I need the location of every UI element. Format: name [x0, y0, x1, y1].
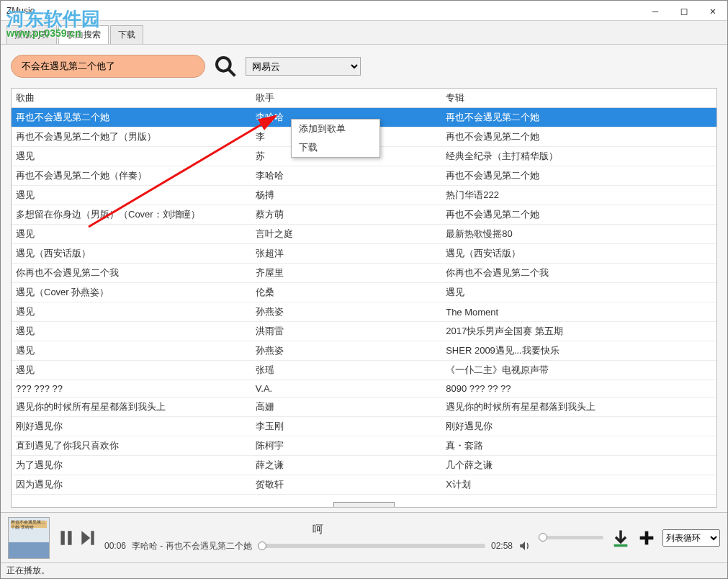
cell-song: 直到遇见了你我只喜欢你 — [12, 436, 251, 456]
cell-album: 再也不会遇见第二个她 — [441, 127, 716, 147]
cell-album: X计划 — [441, 475, 716, 495]
titlebar: ZMusic — □ ✕ — [1, 1, 727, 21]
cell-artist: 张超洋 — [251, 244, 441, 264]
context-add-to-playlist[interactable]: 添加到歌单 — [292, 120, 379, 138]
cell-song: 再也不会遇见第二个她 — [12, 108, 251, 127]
col-album[interactable]: 专辑 — [441, 89, 716, 108]
cell-album: 遇见（西安话版） — [441, 244, 716, 264]
cell-artist: 李哈哈 — [251, 166, 441, 186]
table-row[interactable]: 遇见孙燕姿SHER 2009遇见...我要快乐 — [12, 341, 716, 361]
svg-line-1 — [228, 69, 235, 76]
cell-artist: 张瑶 — [251, 361, 441, 380]
table-row[interactable]: 遇见（西安话版）张超洋遇见（西安话版） — [12, 244, 716, 264]
playback-controls — [57, 529, 97, 547]
source-select[interactable]: 网易云 — [246, 57, 361, 76]
svg-rect-4 — [68, 531, 71, 545]
cell-song: 遇见你的时候所有星星都落到我头上 — [12, 398, 251, 417]
cell-album: 经典全纪录（主打精华版） — [441, 147, 716, 166]
table-row[interactable]: 因为遇见你贺敬轩X计划 — [12, 475, 716, 495]
table-row[interactable]: 遇见洪雨雷2017快乐男声全国赛 第五期 — [12, 322, 716, 341]
cell-song: 遇见 — [12, 186, 251, 205]
svg-point-0 — [217, 58, 230, 71]
cell-song: 遇见 — [12, 322, 251, 341]
volume-slider[interactable] — [539, 536, 603, 539]
cell-song: 遇见 — [12, 361, 251, 380]
cell-artist: 高姗 — [251, 398, 441, 417]
table-row[interactable]: 多想留在你身边（男版）（Cover：刘增瞳）蔡方萌再也不会遇见第二个她 — [12, 205, 716, 225]
cell-song: 遇见 — [12, 302, 251, 322]
cell-song: 为了遇见你 — [12, 456, 251, 475]
cell-artist: 孙燕姿 — [251, 302, 441, 322]
track-label: 李哈哈 - 再也不会遇见第二个她 — [132, 540, 252, 552]
cell-artist: 言叶之庭 — [251, 225, 441, 244]
cell-album: 遇见 — [441, 283, 716, 302]
tab-download[interactable]: 下载 — [110, 25, 143, 44]
cell-artist: 杨搏 — [251, 186, 441, 205]
cell-album: The Moment — [441, 302, 716, 322]
status-text: 正在播放。 — [6, 565, 50, 577]
cell-song: 再也不会遇见第二个她了（男版） — [12, 127, 251, 147]
player-bar: 再也不会遇见第二个她 李哈哈 呵 00:06 李哈哈 - 再也不会遇见第二个她 … — [1, 512, 727, 562]
next-page-button[interactable]: 下一页 — [333, 502, 395, 508]
cell-album: 2017快乐男声全国赛 第五期 — [441, 322, 716, 341]
table-row[interactable]: ??? ??? ??V.A.8090 ??? ?? ?? — [12, 380, 716, 398]
cell-artist: 薛之谦 — [251, 456, 441, 475]
cell-artist: 陈柯宇 — [251, 436, 441, 456]
cell-album: 真・套路 — [441, 436, 716, 456]
cell-album: 热门华语222 — [441, 186, 716, 205]
table-row[interactable]: 遇见杨搏热门华语222 — [12, 186, 716, 205]
cell-artist: 洪雨雷 — [251, 322, 441, 341]
table-row[interactable]: 遇见言叶之庭最新热歌慢摇80 — [12, 225, 716, 244]
download-icon[interactable] — [611, 528, 631, 548]
table-row[interactable]: 为了遇见你薛之谦几个薛之谦 — [12, 456, 716, 475]
tab-search[interactable]: 歌曲搜索 — [58, 25, 109, 44]
cell-song: 多想留在你身边（男版）（Cover：刘增瞳） — [12, 205, 251, 225]
table-row[interactable]: 刚好遇见你李玉刚刚好遇见你 — [12, 417, 716, 436]
context-download[interactable]: 下载 — [292, 138, 379, 157]
player-extras: 列表循环 — [611, 528, 720, 548]
cell-artist: 伦桑 — [251, 283, 441, 302]
col-song[interactable]: 歌曲 — [12, 89, 251, 108]
status-bar: 正在播放。 — [1, 562, 727, 578]
add-icon[interactable] — [637, 528, 657, 548]
table-row[interactable]: 遇见你的时候所有星星都落到我头上高姗遇见你的时候所有星星都落到我头上 — [12, 398, 716, 417]
search-input[interactable] — [11, 55, 205, 78]
cell-song: 你再也不会遇见第二个我 — [12, 264, 251, 283]
minimize-button[interactable]: — — [641, 1, 670, 20]
app-title: ZMusic — [6, 6, 35, 16]
cell-song: 遇见 — [12, 147, 251, 166]
table-row[interactable]: 再也不会遇见第二个她（伴奏）李哈哈再也不会遇见第二个她 — [12, 166, 716, 186]
cell-album: 遇见你的时候所有星星都落到我头上 — [441, 398, 716, 417]
progress-bar[interactable] — [258, 544, 485, 548]
table-row[interactable]: 你再也不会遇见第二个我齐屋里你再也不会遇见第二个我 — [12, 264, 716, 283]
album-cover[interactable]: 再也不会遇见第二个她 李哈哈 — [8, 517, 50, 559]
table-row[interactable]: 遇见孙燕姿The Moment — [12, 302, 716, 322]
pause-button[interactable] — [57, 529, 76, 547]
cell-song: ??? ??? ?? — [12, 380, 251, 398]
volume-icon[interactable] — [518, 539, 531, 552]
maximize-button[interactable]: □ — [670, 1, 698, 20]
tab-playlist[interactable]: 播放列表 — [6, 25, 57, 44]
context-menu: 添加到歌单 下载 — [291, 119, 380, 158]
search-icon[interactable] — [214, 55, 237, 78]
cell-album: 8090 ??? ?? ?? — [441, 380, 716, 398]
table-row[interactable]: 遇见（Cover 孙燕姿）伦桑遇见 — [12, 283, 716, 302]
cell-song: 因为遇见你 — [12, 475, 251, 495]
loop-mode-select[interactable]: 列表循环 — [662, 529, 720, 547]
cell-album: 再也不会遇见第二个她 — [441, 108, 716, 127]
cell-song: 遇见（Cover 孙燕姿） — [12, 283, 251, 302]
cell-album: 《一仆二主》电视原声带 — [441, 361, 716, 380]
table-row[interactable]: 直到遇见了你我只喜欢你陈柯宇真・套路 — [12, 436, 716, 456]
cell-song: 再也不会遇见第二个她（伴奏） — [12, 166, 251, 186]
table-row[interactable]: 遇见张瑶《一仆二主》电视原声带 — [12, 361, 716, 380]
total-time: 02:58 — [491, 541, 513, 551]
col-artist[interactable]: 歌手 — [251, 89, 441, 108]
cell-artist: 贺敬轩 — [251, 475, 441, 495]
cell-album: 最新热歌慢摇80 — [441, 225, 716, 244]
cell-album: 再也不会遇见第二个她 — [441, 205, 716, 225]
cell-artist: 蔡方萌 — [251, 205, 441, 225]
close-button[interactable]: ✕ — [698, 1, 727, 20]
next-track-button[interactable] — [78, 529, 97, 547]
elapsed-time: 00:06 — [104, 541, 126, 551]
cell-song: 遇见 — [12, 225, 251, 244]
